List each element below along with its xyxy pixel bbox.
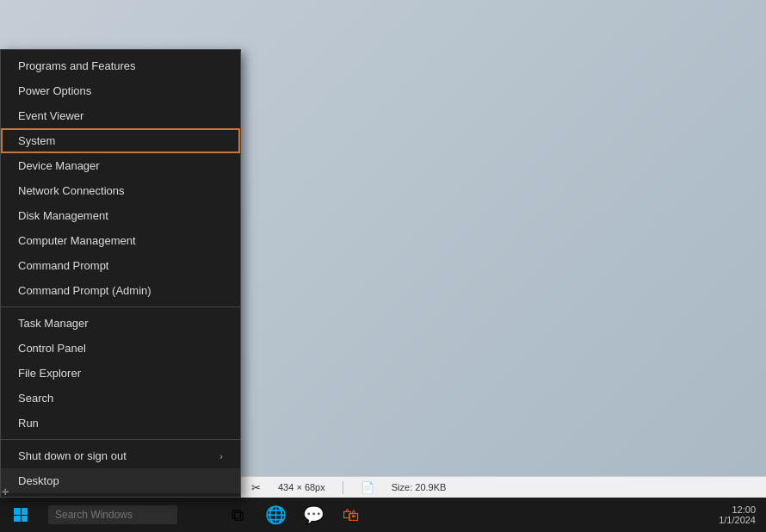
menu-item-device-manager[interactable]: Device Manager xyxy=(1,153,240,178)
menu-item-label-disk-management: Disk Management xyxy=(18,209,108,222)
menu-item-command-prompt[interactable]: Command Prompt xyxy=(1,253,240,278)
menu-item-command-prompt-admin[interactable]: Command Prompt (Admin) xyxy=(1,278,240,303)
menu-item-disk-management[interactable]: Disk Management xyxy=(1,203,240,228)
menu-item-label-power-options: Power Options xyxy=(18,84,91,97)
menu-item-label-desktop: Desktop xyxy=(18,474,59,487)
skype-icon[interactable]: 💬 xyxy=(296,498,330,532)
context-menu: Programs and FeaturesPower OptionsEvent … xyxy=(0,49,241,498)
menu-item-programs-features[interactable]: Programs and Features xyxy=(1,53,240,78)
desktop: Programs and FeaturesPower OptionsEvent … xyxy=(0,0,766,532)
menu-separator-shut-down-sign-out xyxy=(1,439,240,440)
menu-item-label-file-explorer: File Explorer xyxy=(18,367,81,380)
clock: 12:00 1/1/2024 xyxy=(719,504,756,525)
menu-item-search[interactable]: Search xyxy=(1,386,240,411)
menu-item-label-command-prompt-admin: Command Prompt (Admin) xyxy=(18,284,151,297)
status-bar: ✂ 434 × 68px 📄 Size: 20.9KB xyxy=(241,476,766,498)
menu-item-label-task-manager: Task Manager xyxy=(18,317,89,330)
menu-separator-task-manager xyxy=(1,306,240,307)
windows-logo-icon xyxy=(14,508,28,522)
menu-item-label-event-viewer: Event Viewer xyxy=(18,109,83,122)
menu-item-desktop[interactable]: Desktop xyxy=(1,468,240,493)
menu-item-run[interactable]: Run xyxy=(1,411,240,436)
taskbar-search-input[interactable] xyxy=(48,505,177,524)
taskbar-app-icons: ⧉ 🌐 💬 🛍 xyxy=(213,498,368,532)
menu-item-computer-management[interactable]: Computer Management xyxy=(1,228,240,253)
edge-icon[interactable]: 🌐 xyxy=(258,498,293,532)
menu-item-label-network-connections: Network Connections xyxy=(18,184,125,197)
menu-item-label-system: System xyxy=(18,134,55,147)
store-icon[interactable]: 🛍 xyxy=(334,498,368,532)
menu-item-label-run: Run xyxy=(18,417,39,430)
drag-handle[interactable]: ✛ xyxy=(0,486,10,498)
menu-item-task-manager[interactable]: Task Manager xyxy=(1,311,240,336)
menu-item-power-options[interactable]: Power Options xyxy=(1,78,240,103)
menu-item-system[interactable]: System xyxy=(1,128,240,153)
size-icon: 📄 xyxy=(361,481,374,494)
task-view-icon[interactable]: ⧉ xyxy=(220,498,255,532)
taskbar-right: 12:00 1/1/2024 xyxy=(719,504,766,525)
menu-item-arrow-shut-down-sign-out: › xyxy=(219,451,223,461)
menu-item-label-device-manager: Device Manager xyxy=(18,159,100,172)
size-label: Size: 20.9KB xyxy=(392,482,447,492)
menu-item-control-panel[interactable]: Control Panel xyxy=(1,336,240,361)
status-divider xyxy=(343,481,343,494)
menu-item-label-computer-management: Computer Management xyxy=(18,234,136,247)
start-button[interactable] xyxy=(0,498,41,532)
crop-icon: ✂ xyxy=(251,481,261,494)
menu-item-label-control-panel: Control Panel xyxy=(18,342,86,355)
taskbar-search-area[interactable] xyxy=(41,498,213,532)
taskbar: ⧉ 🌐 💬 🛍 12:00 1/1/2024 xyxy=(0,498,766,532)
menu-item-label-search: Search xyxy=(18,392,53,405)
menu-item-event-viewer[interactable]: Event Viewer xyxy=(1,103,240,128)
menu-item-file-explorer[interactable]: File Explorer xyxy=(1,361,240,386)
menu-item-label-shut-down-sign-out: Shut down or sign out xyxy=(18,449,127,462)
dimensions-label: 434 × 68px xyxy=(278,482,325,492)
menu-item-label-programs-features: Programs and Features xyxy=(18,59,136,72)
menu-item-label-command-prompt: Command Prompt xyxy=(18,259,108,272)
menu-item-network-connections[interactable]: Network Connections xyxy=(1,178,240,203)
menu-item-shut-down-sign-out[interactable]: Shut down or sign out› xyxy=(1,443,240,468)
